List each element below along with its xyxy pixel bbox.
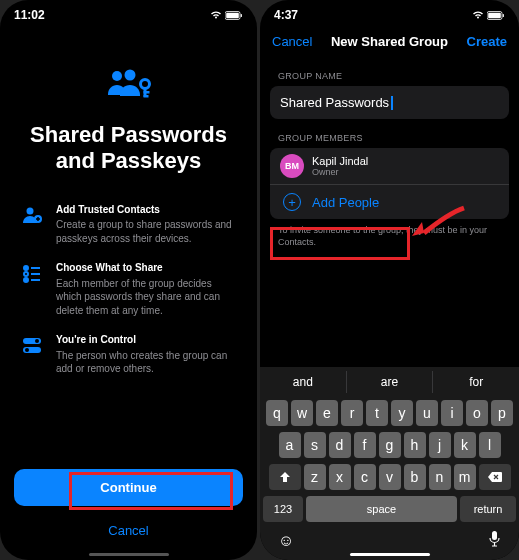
svg-rect-24 <box>492 531 497 540</box>
nav-title: New Shared Group <box>331 34 448 49</box>
battery-icon <box>487 11 505 20</box>
wifi-icon <box>209 10 223 20</box>
right-screen: 4:37 Cancel New Shared Group Create GROU… <box>260 0 519 560</box>
text-cursor <box>391 96 393 110</box>
key-x[interactable]: x <box>329 464 351 490</box>
key-n[interactable]: n <box>429 464 451 490</box>
suggestion[interactable]: are <box>347 371 434 393</box>
avatar: BM <box>280 154 304 178</box>
status-icons <box>471 10 505 20</box>
key-p[interactable]: p <box>491 400 513 426</box>
wifi-icon <box>471 10 485 20</box>
key-c[interactable]: c <box>354 464 376 490</box>
suggestions: and are for <box>260 367 519 397</box>
time: 4:37 <box>274 8 298 22</box>
nav-cancel[interactable]: Cancel <box>272 34 312 49</box>
group-name-input[interactable]: Shared Passwords <box>270 86 509 119</box>
key-i[interactable]: i <box>441 400 463 426</box>
continue-button[interactable]: Continue <box>14 469 243 506</box>
nav-create[interactable]: Create <box>467 34 507 49</box>
member-row[interactable]: BM Kapil Jindal Owner <box>270 148 509 184</box>
key-row-2: a s d f g h j k l <box>260 429 519 461</box>
key-m[interactable]: m <box>454 464 476 490</box>
people-plus-icon <box>20 203 44 227</box>
svg-rect-1 <box>226 12 239 18</box>
svg-point-11 <box>24 266 28 270</box>
helper-text: To invite someone to the group, they mus… <box>260 219 519 254</box>
keyboard: and are for q w e r t y u i o p a s d f … <box>260 367 519 560</box>
members-list: BM Kapil Jindal Owner + Add People <box>270 148 509 219</box>
key-a[interactable]: a <box>279 432 301 458</box>
key-z[interactable]: z <box>304 464 326 490</box>
key-row-3: z x c v b n m <box>260 461 519 493</box>
member-name: Kapil Jindal <box>312 155 368 167</box>
list-check-icon <box>20 261 44 285</box>
notch <box>89 0 169 18</box>
key-b[interactable]: b <box>404 464 426 490</box>
hero-icon <box>104 66 154 106</box>
svg-rect-8 <box>143 95 148 98</box>
mic-key[interactable] <box>488 530 501 552</box>
backspace-key[interactable] <box>479 464 511 490</box>
feature-choose: Choose What to ShareEach member of the g… <box>18 261 239 317</box>
group-name-label: GROUP NAME <box>260 57 519 86</box>
svg-point-13 <box>24 272 28 276</box>
return-key[interactable]: return <box>460 496 516 522</box>
svg-point-15 <box>24 278 28 282</box>
space-key[interactable]: space <box>306 496 457 522</box>
key-l[interactable]: l <box>479 432 501 458</box>
key-q[interactable]: q <box>266 400 288 426</box>
time: 11:02 <box>14 8 45 22</box>
feature-control: You're in ControlThe person who creates … <box>18 333 239 376</box>
key-r[interactable]: r <box>341 400 363 426</box>
key-row-1: q w e r t y u i o p <box>260 397 519 429</box>
key-o[interactable]: o <box>466 400 488 426</box>
key-e[interactable]: e <box>316 400 338 426</box>
shift-key[interactable] <box>269 464 301 490</box>
key-v[interactable]: v <box>379 464 401 490</box>
notch <box>350 0 430 18</box>
member-role: Owner <box>312 167 368 177</box>
key-d[interactable]: d <box>329 432 351 458</box>
key-h[interactable]: h <box>404 432 426 458</box>
svg-rect-22 <box>488 12 501 18</box>
feature-trusted: Add Trusted ContactsCreate a group to sh… <box>18 203 239 246</box>
key-g[interactable]: g <box>379 432 401 458</box>
num-key[interactable]: 123 <box>263 496 303 522</box>
svg-rect-7 <box>143 91 149 94</box>
key-k[interactable]: k <box>454 432 476 458</box>
key-f[interactable]: f <box>354 432 376 458</box>
svg-point-3 <box>112 71 122 81</box>
suggestion[interactable]: and <box>260 371 347 393</box>
key-t[interactable]: t <box>366 400 388 426</box>
svg-rect-23 <box>503 14 504 17</box>
key-j[interactable]: j <box>429 432 451 458</box>
svg-point-18 <box>35 339 39 343</box>
cancel-link[interactable]: Cancel <box>0 523 257 538</box>
toggle-icon <box>20 333 44 357</box>
add-people-button[interactable]: + Add People <box>270 184 509 219</box>
key-s[interactable]: s <box>304 432 326 458</box>
members-label: GROUP MEMBERS <box>260 119 519 148</box>
suggestion[interactable]: for <box>433 371 519 393</box>
key-w[interactable]: w <box>291 400 313 426</box>
battery-icon <box>225 11 243 20</box>
home-indicator[interactable] <box>350 553 430 556</box>
left-screen: 11:02 Shared Passwords and Passkeys Add … <box>0 0 257 560</box>
key-y[interactable]: y <box>391 400 413 426</box>
svg-rect-2 <box>241 14 242 17</box>
svg-point-9 <box>27 207 34 214</box>
key-u[interactable]: u <box>416 400 438 426</box>
svg-point-20 <box>25 348 29 352</box>
page-title: Shared Passwords and Passkeys <box>18 122 239 175</box>
plus-icon: + <box>283 193 301 211</box>
emoji-key[interactable]: ☺ <box>278 532 294 550</box>
key-row-4: 123 space return <box>260 493 519 525</box>
svg-point-4 <box>124 70 135 81</box>
status-icons <box>209 10 243 20</box>
home-indicator[interactable] <box>89 553 169 556</box>
nav-bar: Cancel New Shared Group Create <box>260 26 519 57</box>
